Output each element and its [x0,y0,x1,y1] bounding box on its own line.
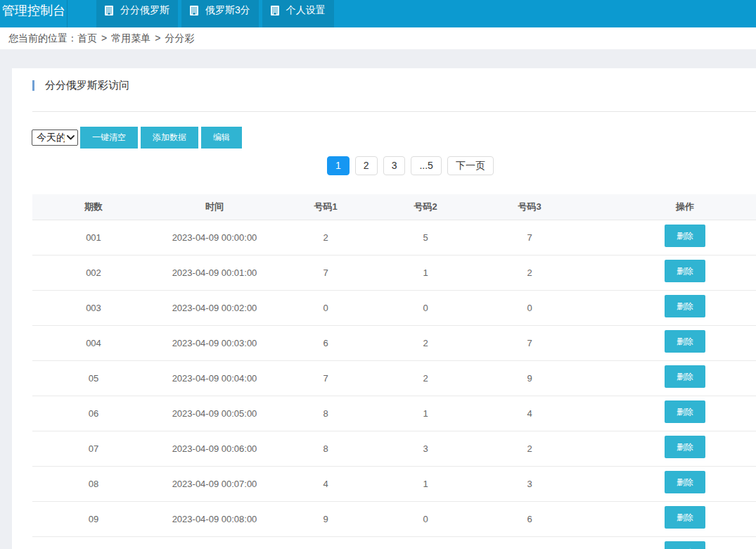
cell-time: 2023-04-09 00:00:00 [155,220,274,255]
delete-button[interactable]: 删除 [665,436,705,458]
cell-time: 2023-04-09 00:08:00 [155,501,274,536]
delete-button[interactable]: 删除 [665,295,705,317]
cell-actions: 删除 [585,466,756,501]
nav-item-label: 俄罗斯3分 [205,4,250,17]
date-filter-select[interactable]: 今天的 [32,130,78,146]
main-nav: 分分俄罗斯俄罗斯3分个人设置 [96,0,338,27]
page-title: 分分俄罗斯彩访问 [45,79,129,92]
table-row: 0012023-04-09 00:00:00257删除 [32,220,756,255]
delete-button[interactable]: 删除 [665,506,705,529]
cell-num2: 1 [377,255,474,290]
date-filter-wrap: 今天的 [32,130,78,146]
panel-title-row: 分分俄罗斯彩访问 [32,80,756,91]
cell-time: 2023-04-09 00:02:00 [155,290,274,325]
cell-num3: 7 [474,325,585,360]
table-row: 0042023-04-09 00:03:00627删除 [32,325,756,360]
table-row: 092023-04-09 00:08:00906删除 [32,501,756,536]
cell-time: 2023-04-09 00:03:00 [155,325,274,360]
table-row: 0022023-04-09 00:01:00712删除 [32,255,756,290]
column-header-2: 时间 [155,194,274,220]
top-navbar: 管理控制台 分分俄罗斯俄罗斯3分个人设置 [0,0,756,27]
cell-actions: 删除 [585,501,756,536]
cell-num1: 8 [274,396,377,431]
column-header-1: 期数 [32,194,155,220]
cell-num2: 0 [377,501,474,536]
delete-button[interactable]: 删除 [665,365,705,388]
cell-num3: 9 [474,360,585,396]
pagination: 123...5下一页 [32,156,756,175]
cell-num1: 9 [274,501,377,536]
column-header-6: 操作 [585,194,756,220]
toolbar-button-1[interactable]: 一键清空 [80,127,138,149]
breadcrumb-separator: > [101,32,107,44]
table-row: 删除 [32,536,756,549]
building-icon [271,6,279,15]
cell-num2: 1 [377,466,474,501]
cell-period: 05 [32,360,155,396]
column-header-4: 号码2 [377,194,474,220]
cell-num3: 2 [474,255,585,290]
cell-actions: 删除 [585,255,756,290]
cell-num2: 3 [377,431,474,466]
app-title: 管理控制台 [0,0,68,27]
cell-period: 002 [32,255,155,290]
cell-num1: 8 [274,431,377,466]
cell-num1 [274,536,377,549]
cell-num3 [474,536,585,549]
toolbar-button-3[interactable]: 编辑 [201,127,242,149]
column-header-5: 号码3 [474,194,585,220]
cell-num2: 2 [377,325,474,360]
cell-num1: 4 [274,466,377,501]
breadcrumb: 您当前的位置：首页>常用菜单>分分彩 [0,27,756,49]
cell-actions: 删除 [585,396,756,431]
table-row: 0032023-04-09 00:02:00000删除 [32,290,756,325]
table-row: 052023-04-09 00:04:00729删除 [32,360,756,396]
cell-period: 06 [32,396,155,431]
page-button-2[interactable]: 2 [355,156,378,175]
breadcrumb-item-3[interactable]: 分分彩 [165,32,194,44]
nav-item-label: 分分俄罗斯 [120,4,169,17]
cell-period: 09 [32,501,155,536]
delete-button[interactable]: 删除 [665,260,705,282]
cell-num1: 7 [274,360,377,396]
nav-item-2[interactable]: 俄罗斯3分 [181,0,259,27]
table-row: 082023-04-09 00:07:00413删除 [32,466,756,501]
breadcrumb-item-1[interactable]: 首页 [77,32,97,44]
cell-time [155,536,274,549]
cell-num1: 0 [274,290,377,325]
breadcrumb-separator: > [155,32,160,44]
cell-time: 2023-04-09 00:07:00 [155,466,274,501]
page-button-1[interactable]: 1 [327,156,350,175]
cell-actions: 删除 [585,536,756,549]
data-table: 期数时间号码1号码2号码3操作 0012023-04-09 00:00:0025… [32,194,756,549]
cell-num3: 2 [474,431,585,466]
delete-button[interactable]: 删除 [665,541,705,549]
table-row: 062023-04-09 00:05:00814删除 [32,396,756,431]
building-icon [190,6,198,15]
nav-item-3[interactable]: 个人设置 [262,0,334,27]
cell-period: 001 [32,220,155,255]
nav-item-1[interactable]: 分分俄罗斯 [96,0,178,27]
cell-period: 08 [32,466,155,501]
column-header-3: 号码1 [274,194,377,220]
delete-button[interactable]: 删除 [665,330,705,353]
nav-item-label: 个人设置 [286,4,326,17]
page-button-5[interactable]: ...5 [411,156,441,175]
cell-num2: 2 [377,360,474,396]
toolbar-button-2[interactable]: 添加数据 [141,127,198,149]
cell-actions: 删除 [585,360,756,396]
delete-button[interactable]: 删除 [665,400,705,423]
breadcrumb-item-2[interactable]: 常用菜单 [111,32,150,44]
next-page-button[interactable]: 下一页 [447,156,494,175]
page-button-3[interactable]: 3 [383,156,406,175]
cell-num3: 6 [474,501,585,536]
cell-num3: 0 [474,290,585,325]
table-row: 072023-04-09 00:06:00832删除 [32,431,756,466]
delete-button[interactable]: 删除 [665,471,705,493]
cell-num2 [377,536,474,549]
table-wrap: 期数时间号码1号码2号码3操作 0012023-04-09 00:00:0025… [32,194,756,549]
cell-num1: 7 [274,255,377,290]
content-card: 分分俄罗斯彩访问 今天的 一键清空添加数据编辑 123...5下一页 期数时间号… [12,68,756,549]
delete-button[interactable]: 删除 [665,225,705,247]
cell-actions: 删除 [585,431,756,466]
